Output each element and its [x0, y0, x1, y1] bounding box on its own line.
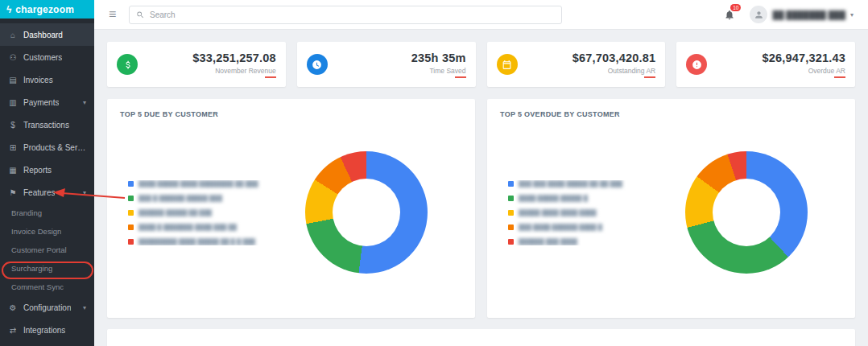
sidebar-item-label: Features	[23, 188, 55, 197]
legend-label: ████ █████ █████ █	[519, 195, 588, 202]
donut-wrap	[271, 151, 462, 274]
integrations-icon: ⇄	[8, 326, 18, 335]
user-menu[interactable]: ██ ███████ ███ ▾	[750, 6, 854, 23]
panel-title: TOP 5 OVERDUE BY CUSTOMER	[500, 110, 842, 118]
legend-label: █████ ████ ████ ████	[519, 209, 597, 216]
kpi-row: $33,251,257.08November Revenue235h 35mTi…	[107, 42, 855, 87]
brand-logo-icon: ϟ	[6, 5, 11, 14]
brand-name: chargezoom	[15, 4, 74, 15]
kpi-value: $67,703,420.81	[572, 51, 656, 64]
legend-swatch	[128, 181, 134, 187]
hamburger-menu-icon[interactable]: ≡	[109, 8, 116, 21]
kpi-label: Time Saved	[429, 67, 465, 75]
features-icon: ⚑	[8, 188, 18, 197]
chart-legend: ███ ███ ████ █████ ██ ██ ███████ █████ █…	[500, 180, 651, 245]
notification-badge: 10	[730, 4, 741, 12]
notifications-button[interactable]: 10	[724, 9, 735, 21]
kpi-card-november-revenue: $33,251,257.08November Revenue	[107, 42, 286, 87]
legend-label: ██████ █████ ██ ███	[138, 209, 212, 216]
legend-label: ██████ ███ ████	[519, 238, 577, 245]
sidebar-item-customer-portal[interactable]: Customer Portal	[0, 241, 94, 259]
legend-swatch	[128, 210, 134, 216]
chart-legend: ████ █████ ████ ████████ ██ ██████ █ ███…	[120, 180, 271, 245]
legend-swatch	[508, 210, 514, 216]
sidebar-item-label: Payments	[23, 98, 59, 107]
avatar	[750, 6, 767, 23]
payments-icon: ▥	[8, 98, 18, 107]
legend-item: ███ ████ ██████ ████ █	[508, 224, 651, 231]
donut-chart	[685, 151, 808, 274]
sidebar-item-label: Configuration	[23, 303, 71, 312]
legend-swatch	[128, 196, 134, 201]
legend-label: ████ █████ ████ ████████ ██ ███	[138, 180, 258, 187]
sidebar-item-comment-sync[interactable]: Comment Sync	[0, 278, 94, 296]
search-box[interactable]	[129, 6, 562, 24]
legend-swatch	[508, 224, 514, 230]
main-content: $33,251,257.08November Revenue235h 35mTi…	[94, 30, 868, 346]
kpi-accent	[455, 76, 466, 78]
sidebar-item-transactions[interactable]: $Transactions	[0, 113, 94, 136]
kpi-body: $67,703,420.81Outstanding AR	[572, 51, 656, 78]
sidebar-item-customers[interactable]: ⚇Customers	[0, 46, 94, 68]
user-name: ██ ███████ ███	[772, 10, 845, 19]
kpi-accent	[265, 76, 276, 78]
sidebar-item-reports[interactable]: ▦Reports	[0, 159, 94, 181]
sidebar-item-branding[interactable]: Branding	[0, 204, 94, 222]
sidebar-item-label: Integrations	[23, 326, 65, 335]
donut-hole	[713, 179, 780, 246]
sidebar-item-label: Products & Services	[23, 143, 86, 152]
sidebar-item-features[interactable]: ⚑Features▾	[0, 181, 94, 204]
kpi-card-time-saved: 235h 35mTime Saved	[297, 42, 476, 87]
sidebar-nav: ⌂Dashboard⚇Customers▤Invoices▥Payments▾$…	[0, 19, 94, 341]
donut-chart	[305, 151, 428, 274]
legend-item: ███ ███ ████ █████ ██ ██ ███	[508, 180, 651, 187]
sidebar-item-label: Dashboard	[23, 31, 63, 39]
legend-swatch	[128, 224, 134, 230]
sidebar-item-surcharging[interactable]: Surcharging	[0, 259, 94, 278]
legend-item: ████ █████ ████ ████████ ██ ███	[128, 180, 271, 187]
chevron-down-icon: ▾	[83, 189, 86, 196]
sidebar-item-products-services[interactable]: ⊞Products & Services	[0, 136, 94, 159]
sidebar-item-invoice-design[interactable]: Invoice Design	[0, 222, 94, 241]
sidebar-item-label: Transactions	[23, 121, 69, 130]
sidebar-item-label: Customers	[23, 53, 62, 62]
alert-icon	[686, 54, 707, 75]
reports-icon: ▦	[8, 166, 18, 175]
products-icon: ⊞	[8, 143, 18, 152]
donut-wrap	[651, 151, 842, 274]
user-icon	[754, 10, 764, 20]
legend-item: █████████ ████ █████ ██ █ █ ███	[128, 238, 271, 245]
sidebar-item-payments[interactable]: ▥Payments▾	[0, 91, 94, 113]
legend-label: ███ █ ██████ █████ ███	[138, 195, 222, 202]
kpi-label: Overdue AR	[808, 67, 845, 75]
legend-swatch	[508, 181, 514, 187]
sidebar-item-integrations[interactable]: ⇄Integrations	[0, 319, 94, 341]
calendar-icon	[497, 54, 518, 75]
sidebar-item-invoices[interactable]: ▤Invoices	[0, 68, 94, 91]
bottom-panel	[107, 329, 855, 346]
brand-logo[interactable]: ϟ chargezoom	[0, 0, 94, 19]
kpi-body: $33,251,257.08November Revenue	[192, 51, 276, 78]
legend-label: █████████ ████ █████ ██ █ █ ███	[138, 238, 255, 245]
sidebar-item-label: Invoice Design	[11, 227, 61, 236]
kpi-body: 235h 35mTime Saved	[411, 51, 466, 78]
search-input[interactable]	[150, 10, 555, 19]
kpi-card-overdue-ar: $26,947,321.43Overdue AR	[676, 42, 855, 87]
legend-item: ████ █████ █████ █	[508, 195, 651, 202]
legend-label: ███ ████ ██████ ████ █	[519, 224, 602, 231]
kpi-accent	[644, 76, 655, 78]
legend-swatch	[508, 196, 514, 201]
sidebar-item-dashboard[interactable]: ⌂Dashboard	[0, 23, 94, 46]
sidebar-item-configuration[interactable]: ⚙Configuration▾	[0, 296, 94, 319]
app-window: ϟ chargezoom ⌂Dashboard⚇Customers▤Invoic…	[0, 0, 868, 346]
sidebar: ϟ chargezoom ⌂Dashboard⚇Customers▤Invoic…	[0, 0, 94, 346]
topbar: ≡ 10 ██ ███████ ███ ▾	[94, 0, 868, 30]
sidebar-item-label: Invoices	[23, 76, 53, 84]
kpi-value: $33,251,257.08	[192, 51, 276, 64]
legend-label: ███ ███ ████ █████ ██ ██ ███	[519, 180, 622, 187]
dashboard-icon: ⌂	[8, 31, 18, 39]
legend-item: █████ ████ ████ ████	[508, 209, 651, 216]
transactions-icon: $	[8, 121, 18, 130]
sidebar-item-label: Customer Portal	[11, 245, 67, 254]
kpi-label: Outstanding AR	[608, 67, 656, 75]
